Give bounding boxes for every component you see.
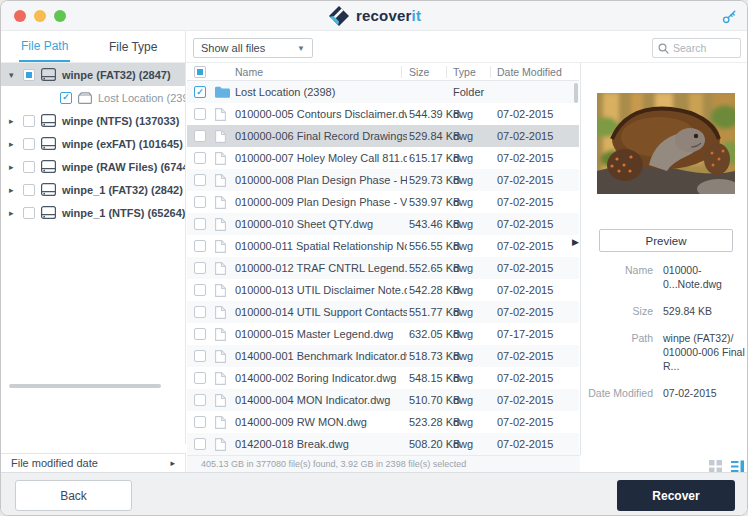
cell-name: 014000-001 Benchmark Indicator.dwg <box>235 350 407 362</box>
file-icon <box>215 108 226 121</box>
tree-item-checkbox[interactable] <box>60 92 72 104</box>
detail-label: Name <box>581 263 653 291</box>
expand-chevron-icon[interactable]: ▸ <box>9 162 23 172</box>
file-filter-dropdown[interactable]: Show all files ▼ <box>193 38 313 58</box>
row-checkbox[interactable] <box>194 240 206 252</box>
file-table: Name Size Type Date Modified Lost Locati… <box>187 63 579 455</box>
drive-tree-item[interactable]: ▸ winpe (RAW Files) (67449) <box>1 155 185 178</box>
row-checkbox[interactable] <box>194 438 206 450</box>
table-row[interactable]: 010000-008 Plan Design Phase - Horizonta… <box>187 169 579 191</box>
expand-chevron-icon[interactable]: ▾ <box>9 70 23 80</box>
select-all-checkbox[interactable] <box>194 66 206 78</box>
file-icon <box>215 262 226 275</box>
drive-tree-item[interactable]: ▸ winpe (exFAT) (101645) <box>1 132 185 155</box>
sidebar-horizontal-scrollbar[interactable] <box>9 384 161 388</box>
table-row[interactable]: 010000-010 Sheet QTY.dwg 543.46 KB dwg 0… <box>187 213 579 235</box>
row-checkbox[interactable] <box>194 174 206 186</box>
zoom-button[interactable] <box>54 10 66 22</box>
drive-tree-item[interactable]: ▾ winpe (FAT32) (2847) <box>1 63 185 86</box>
status-bar: 405.13 GB in 377080 file(s) found, 3.92 … <box>187 455 580 472</box>
tree-item-label: winpe (exFAT) (101645) <box>62 138 183 150</box>
table-row[interactable]: 010000-013 UTIL Disclaimer Note.dwg 542.… <box>187 279 579 301</box>
row-checkbox[interactable] <box>194 130 206 142</box>
detail-label: Date Modified <box>581 386 653 400</box>
preview-thumbnail[interactable] <box>597 93 735 194</box>
row-checkbox[interactable] <box>194 284 206 296</box>
row-checkbox[interactable] <box>194 328 206 340</box>
back-button[interactable]: Back <box>15 480 132 511</box>
table-row[interactable]: 010000-009 Plan Design Phase - Vertical.… <box>187 191 579 213</box>
row-checkbox[interactable] <box>194 196 206 208</box>
table-row[interactable]: 014000-001 Benchmark Indicator.dwg 518.7… <box>187 345 579 367</box>
drive-tree-item[interactable]: ▸ winpe (NTFS) (137033) <box>1 109 185 132</box>
table-row[interactable]: 014000-004 MON Indicator.dwg 510.70 KB d… <box>187 389 579 411</box>
row-checkbox[interactable] <box>194 416 206 428</box>
collapse-panel-arrow-icon[interactable]: ▶ <box>572 237 579 247</box>
row-checkbox[interactable] <box>194 394 206 406</box>
minimize-button[interactable] <box>34 10 46 22</box>
table-row[interactable]: 010000-006 Final Record Drawings Note.dw… <box>187 125 579 147</box>
cell-date: 07-02-2015 <box>497 350 553 362</box>
cell-date: 07-02-2015 <box>497 438 553 450</box>
license-key-icon[interactable] <box>722 9 737 24</box>
cell-date: 07-02-2015 <box>497 174 553 186</box>
expand-chevron-icon[interactable]: ▸ <box>9 185 23 195</box>
table-row[interactable]: 010000-007 Holey Moley Call 811.dwg 615.… <box>187 147 579 169</box>
window-controls <box>14 10 66 22</box>
expand-chevron-icon[interactable]: ▸ <box>9 208 23 218</box>
row-checkbox[interactable] <box>194 218 206 230</box>
row-checkbox[interactable] <box>194 152 206 164</box>
tree-item-checkbox[interactable] <box>23 115 35 127</box>
table-row[interactable]: 010000-005 Contours Disclaimer.dwg 544.3… <box>187 103 579 125</box>
detail-row: Size 529.84 KB <box>581 304 748 318</box>
table-row[interactable]: 014000-002 Boring Indicator.dwg 548.15 K… <box>187 367 579 389</box>
cell-type: dwg <box>453 438 473 450</box>
row-checkbox[interactable] <box>194 262 206 274</box>
file-modified-date-filter[interactable]: File modified date ▸ <box>1 453 186 472</box>
tree-item-checkbox[interactable] <box>23 161 35 173</box>
status-text: 405.13 GB in 377080 file(s) found, 3.92 … <box>201 459 466 469</box>
row-checkbox[interactable] <box>194 306 206 318</box>
row-checkbox[interactable] <box>194 350 206 362</box>
column-type[interactable]: Type <box>453 66 476 78</box>
table-row[interactable]: 010000-015 Master Legend.dwg 632.05 KB d… <box>187 323 579 345</box>
table-row[interactable]: 014200-018 Break.dwg 508.20 KB dwg 07-02… <box>187 433 579 455</box>
table-row[interactable]: 010000-012 TRAF CNTRL Legend.dwg 552.65 … <box>187 257 579 279</box>
cell-name: 010000-015 Master Legend.dwg <box>235 328 407 340</box>
close-button[interactable] <box>14 10 26 22</box>
cell-type: dwg <box>453 306 473 318</box>
expand-chevron-icon[interactable]: ▸ <box>9 139 23 149</box>
file-modified-date-label: File modified date <box>11 457 98 469</box>
drive-tree-item[interactable]: ▸ winpe_1 (FAT32) (2842) <box>1 178 185 201</box>
tree-item-checkbox[interactable] <box>23 207 35 219</box>
drive-icon <box>41 114 56 127</box>
tree-item-checkbox[interactable] <box>23 184 35 196</box>
tree-item-checkbox[interactable] <box>23 69 35 81</box>
drive-tree-item[interactable]: Lost Location (2398) <box>1 86 185 109</box>
preview-button[interactable]: Preview <box>599 229 733 252</box>
expand-chevron-icon[interactable]: ▸ <box>9 116 23 126</box>
tree-item-label: winpe_1 (NTFS) (65264) <box>62 207 185 219</box>
cell-date: 07-02-2015 <box>497 416 553 428</box>
table-row[interactable]: 014000-009 RW MON.dwg 523.28 KB dwg 07-0… <box>187 411 579 433</box>
row-checkbox[interactable] <box>194 108 206 120</box>
column-name[interactable]: Name <box>235 66 263 78</box>
column-size[interactable]: Size <box>409 66 429 78</box>
table-row[interactable]: Lost Location (2398) Folder <box>187 81 579 103</box>
tab-file-path[interactable]: File Path <box>19 31 70 62</box>
search-box[interactable] <box>652 38 741 58</box>
cell-type: dwg <box>453 108 473 120</box>
recover-button[interactable]: Recover <box>617 480 735 511</box>
chevron-right-icon: ▸ <box>170 458 175 468</box>
table-vertical-scrollbar[interactable] <box>574 83 578 103</box>
detail-row: Name 010000-0...Note.dwg <box>581 263 748 291</box>
column-date-modified[interactable]: Date Modified <box>497 66 562 78</box>
row-checkbox[interactable] <box>194 372 206 384</box>
drive-tree-item[interactable]: ▸ winpe_1 (NTFS) (65264) <box>1 201 185 224</box>
table-row[interactable]: 010000-014 UTIL Support Contacts.dwg 551… <box>187 301 579 323</box>
tree-item-checkbox[interactable] <box>23 138 35 150</box>
row-checkbox[interactable] <box>194 86 206 98</box>
table-row[interactable]: 010000-011 Spatial Relationship Note.dwg… <box>187 235 579 257</box>
search-input[interactable] <box>673 42 733 54</box>
tab-file-type[interactable]: File Type <box>109 31 157 62</box>
